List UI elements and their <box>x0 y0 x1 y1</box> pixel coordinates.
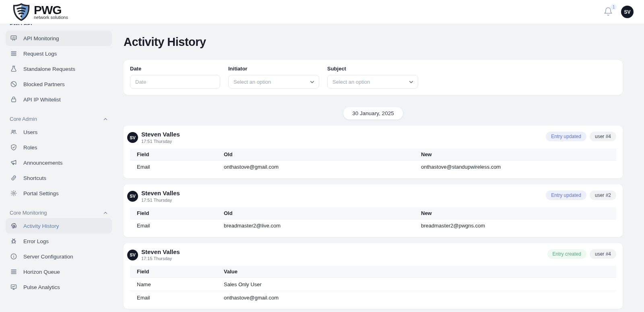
sidebar-item-error-logs[interactable]: Error Logs <box>6 233 112 249</box>
chevron-down-icon <box>409 79 414 85</box>
field-cell: Email <box>130 295 224 301</box>
section-label: Core Admin <box>10 116 37 122</box>
sidebar-item-pulse-analytics[interactable]: Pulse Analytics <box>6 279 112 295</box>
sidebar-item-announcements[interactable]: Announcements <box>6 155 112 170</box>
actor-name: Steven Valles <box>141 190 180 197</box>
user-avatar[interactable]: SV <box>621 6 634 18</box>
col-header: New <box>421 210 616 216</box>
sidebar-item-label: Error Logs <box>23 238 49 244</box>
sidebar-item-label: Shortcuts <box>23 175 46 181</box>
subject-badge: user #4 <box>590 249 616 259</box>
select-placeholder: Select an option <box>332 79 370 85</box>
sidebar-item-horizon-queue[interactable]: Horizon Queue <box>6 264 112 279</box>
sidebar-item-api-monitoring[interactable]: API Monitoring <box>6 31 112 46</box>
sidebar-item-label: Horizon Queue <box>23 269 60 275</box>
activity-card: SV Steven Valles 17:51 Thursday Entry up… <box>124 184 623 237</box>
presentation-chart-icon <box>10 34 18 42</box>
new-value-cell: onthastove@standupwireless.com <box>421 164 616 170</box>
sidebar-item-request-logs[interactable]: Request Logs <box>6 46 112 61</box>
avatar: SV <box>127 250 138 260</box>
select-placeholder: Select an option <box>233 79 271 85</box>
date-filter-input[interactable] <box>130 75 220 89</box>
sidebar-section-core-admin[interactable]: Core Admin <box>10 116 108 122</box>
chevron-up-icon <box>103 117 108 122</box>
sidebar-item-label: Server Configuration <box>23 254 73 260</box>
sidebar-section-core-monitoring[interactable]: Core Monitoring <box>10 210 108 216</box>
queue-lines-icon <box>10 268 18 276</box>
bug-icon <box>10 237 18 245</box>
sidebar-item-roles[interactable]: Roles <box>6 140 112 155</box>
subject-filter-select[interactable]: Select an option <box>327 75 418 89</box>
notification-count-badge: 1 <box>610 4 617 10</box>
info-circle-icon <box>10 252 18 260</box>
sidebar-item-label: Activity History <box>23 223 59 229</box>
col-header: Old <box>224 151 421 157</box>
sidebar-item-label: API Monitoring <box>23 35 59 41</box>
sidebar-item-label: Announcements <box>23 160 63 166</box>
new-value-cell: breadmaster2@pwgns.com <box>421 223 616 229</box>
filters-panel: Date Initiator Select an option Subject … <box>124 60 623 95</box>
sidebar-item-label: Blocked Partners <box>23 81 65 87</box>
activity-card: SV Steven Valles 17:51 Thursday Entry up… <box>124 126 623 178</box>
changes-table: Field Value Name Sales Only User Email o… <box>130 266 616 304</box>
lock-icon <box>10 95 18 103</box>
sidebar-item-standalone-requests[interactable]: Standalone Requests <box>6 61 112 76</box>
sidebar-item-label: Pulse Analytics <box>23 284 60 290</box>
col-header: Field <box>130 151 224 157</box>
brand-name: PWG <box>34 4 68 16</box>
subject-filter-label: Subject <box>327 66 418 72</box>
sidebar-item-portal-settings[interactable]: Portal Settings <box>6 186 112 201</box>
sidebar-item-activity-history[interactable]: Activity History <box>6 218 112 233</box>
flask-icon <box>10 65 18 73</box>
avatar: SV <box>127 191 138 202</box>
old-value-cell: onthastove@gmail.com <box>224 164 421 170</box>
table-row: Name Sales Only User <box>130 277 616 291</box>
subject-badge: user #2 <box>590 190 616 200</box>
sidebar-item-blocked-partners[interactable]: Blocked Partners <box>6 76 112 92</box>
table-row: Email onthastove@gmail.com <box>130 291 616 304</box>
event-type-badge: Entry created <box>547 249 586 259</box>
sidebar-item-label: Standalone Requests <box>23 66 75 72</box>
col-header: Old <box>224 210 421 216</box>
date-separator: 30 January, 2025 <box>124 107 623 120</box>
actor-name: Steven Valles <box>141 131 180 138</box>
sidebar-item-server-configuration[interactable]: Server Configuration <box>6 249 112 264</box>
sidebar-item-label: Request Logs <box>23 51 57 57</box>
sidebar-item-label: Portal Settings <box>23 190 59 196</box>
initiator-filter-label: Initiator <box>228 66 319 72</box>
stacked-lines-icon <box>10 50 18 58</box>
sidebar-item-users[interactable]: Users <box>6 124 112 140</box>
megaphone-icon <box>10 159 18 167</box>
avatar: SV <box>127 132 138 143</box>
ban-icon <box>10 80 18 88</box>
link-icon <box>10 174 18 182</box>
sidebar-item-label: API IP Whitelist <box>23 97 61 103</box>
page-title: Activity History <box>124 35 623 49</box>
sidebar-item-label: Roles <box>23 145 37 151</box>
notifications-button[interactable]: 1 <box>603 7 614 17</box>
fingerprint-icon <box>10 222 18 230</box>
initiator-filter-select[interactable]: Select an option <box>228 75 319 89</box>
table-row: Email breadmaster2@live.com breadmaster2… <box>130 219 616 232</box>
chevron-down-icon <box>310 79 315 85</box>
brand-logo[interactable]: PWG network solutions <box>12 2 68 22</box>
sidebar: PWG API API Monitoring Request Logs Stan… <box>0 24 118 312</box>
table-row: Email onthastove@gmail.com onthastove@st… <box>130 160 616 174</box>
value-cell: Sales Only User <box>224 281 421 287</box>
old-value-cell: breadmaster2@live.com <box>224 223 421 229</box>
sidebar-item-api-ip-whitelist[interactable]: API IP Whitelist <box>6 92 112 107</box>
changes-table: Field Old New Email onthastove@gmail.com… <box>130 149 616 174</box>
sidebar-item-shortcuts[interactable]: Shortcuts <box>6 170 112 186</box>
section-label: Core Monitoring <box>10 210 47 216</box>
field-cell: Name <box>130 281 224 287</box>
date-filter-label: Date <box>130 66 220 72</box>
actor-name: Steven Valles <box>141 248 180 256</box>
activity-time: 17:51 Thursday <box>141 139 180 144</box>
gear-icon <box>10 189 18 197</box>
event-type-badge: Entry updated <box>546 190 586 200</box>
changes-table: Field Old New Email breadmaster2@live.co… <box>130 207 616 232</box>
brand-tagline: network solutions <box>34 15 68 20</box>
sidebar-section-pwg-api: PWG API <box>10 24 112 25</box>
field-cell: Email <box>130 223 224 229</box>
chevron-up-icon <box>103 211 108 215</box>
